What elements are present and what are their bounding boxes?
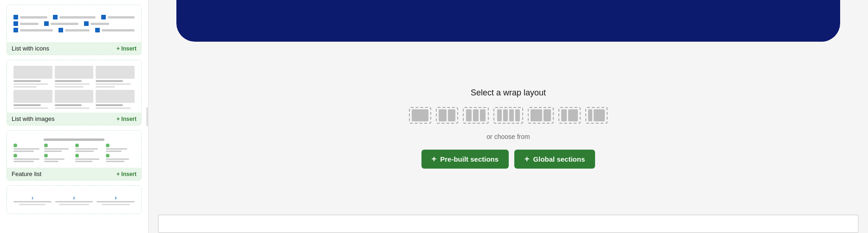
section-preview-steps: 1 2 3: [7, 186, 141, 214]
section-label: List with images: [12, 115, 54, 122]
section-item-steps: 1 2 3: [6, 185, 142, 214]
step-line: [13, 201, 52, 202]
preview-line: [75, 148, 98, 150]
step-line: [102, 204, 130, 205]
preview-feature-cell: [44, 144, 73, 152]
preview-grid-item: [55, 66, 94, 88]
global-sections-button[interactable]: + Global sections: [514, 150, 595, 169]
preview-sub: [13, 86, 37, 88]
insert-button-feature-list[interactable]: + Insert: [117, 171, 136, 177]
step-line: [55, 201, 93, 202]
preview-sub: [13, 107, 48, 109]
preview-icon: [58, 28, 63, 32]
preview-icon: [75, 154, 79, 157]
preview-sub: [13, 83, 48, 85]
preview-line: [13, 161, 34, 162]
preview-icon: [44, 154, 48, 157]
preview-line: [75, 158, 100, 160]
preview-title: [13, 104, 41, 106]
preview-line: [108, 16, 135, 19]
preview-icon: [106, 154, 110, 157]
preview-title: [55, 80, 82, 82]
layout-col: [473, 109, 479, 121]
layout-col: [497, 109, 502, 121]
preview-line: [75, 161, 92, 162]
preview-line: [106, 148, 128, 150]
preview-feature-title-line: [44, 139, 104, 141]
preview-icon: [13, 144, 17, 147]
section-preview-list-with-images: [7, 60, 141, 113]
preview-line: [13, 148, 39, 150]
layout-option-sidebar[interactable]: [585, 107, 608, 124]
layout-option-2col-unequal-2[interactable]: [558, 107, 581, 124]
preview-icon: [13, 15, 18, 19]
preview-icon: [84, 21, 89, 26]
layout-option-2col-unequal[interactable]: [528, 107, 554, 124]
preview-grid-item: [55, 90, 94, 109]
preview-feature-cell: [106, 154, 135, 162]
preview-line: [13, 151, 34, 152]
layout-selector: [409, 107, 608, 124]
preview-img: [96, 66, 135, 79]
step-line: [19, 204, 45, 205]
preview-icon: [13, 21, 18, 26]
preview-icon: [13, 154, 17, 157]
section-footer-list-with-icons: List with icons + Insert: [7, 42, 141, 55]
pre-built-label: Pre-built sections: [440, 155, 499, 163]
preview-img: [55, 90, 94, 103]
pre-built-sections-button[interactable]: + Pre-built sections: [421, 150, 509, 169]
preview-sub: [96, 83, 130, 85]
layout-option-2col[interactable]: [436, 107, 458, 124]
preview-icon: [75, 144, 79, 147]
preview-sub: [96, 86, 115, 88]
preview-line: [102, 29, 135, 31]
step-line: [97, 201, 135, 202]
preview-title: [13, 80, 41, 82]
preview-feature-cell: [75, 144, 104, 152]
preview-icon: [13, 28, 18, 32]
layout-option-3col[interactable]: [463, 107, 489, 124]
action-buttons: + Pre-built sections + Global sections: [421, 150, 596, 169]
preview-sub: [55, 86, 84, 88]
preview-feature-cell: [13, 154, 42, 162]
section-preview-feature-list: [7, 131, 141, 168]
layout-col: [503, 109, 508, 121]
center-content: Select a wrap layout: [149, 42, 868, 214]
layout-col: [509, 109, 514, 121]
insert-button-list-with-icons[interactable]: + Insert: [117, 45, 136, 52]
preview-img: [55, 66, 94, 79]
section-footer-list-with-images: List with images + Insert: [7, 113, 141, 125]
hero-banner: [176, 0, 840, 42]
preview-icon: [106, 144, 110, 147]
preview-feature-cell: [44, 154, 73, 162]
preview-line: [20, 16, 47, 19]
plus-icon: +: [432, 154, 437, 164]
or-choose-text: or choose from: [486, 133, 530, 140]
preview-grid-item: [96, 90, 135, 109]
preview-line: [91, 23, 109, 25]
preview-grid-item: [96, 66, 135, 88]
insert-button-list-with-images[interactable]: + Insert: [117, 116, 136, 122]
section-label: List with icons: [12, 45, 49, 52]
preview-img: [13, 90, 52, 103]
layout-col: [531, 109, 542, 121]
layout-option-1col[interactable]: [409, 107, 431, 124]
preview-icon: [101, 15, 106, 19]
section-item-list-with-images: List with images + Insert: [6, 60, 142, 126]
layout-col: [448, 109, 456, 121]
preview-icon: [95, 28, 100, 32]
preview-line: [75, 151, 94, 152]
preview-img: [96, 90, 135, 103]
preview-line: [106, 161, 124, 162]
preview-line: [44, 151, 61, 152]
section-label: Feature list: [12, 170, 41, 177]
layout-col: [544, 109, 551, 121]
preview-line: [65, 29, 90, 31]
preview-title: [55, 104, 82, 106]
main-area: Select a wrap layout: [149, 0, 868, 233]
wrap-layout-title: Select a wrap layout: [471, 88, 546, 98]
preview-line: [59, 16, 96, 19]
preview-sub: [55, 83, 90, 85]
layout-option-4col[interactable]: [493, 107, 523, 124]
section-item-feature-list: Feature list + Insert: [6, 130, 142, 181]
